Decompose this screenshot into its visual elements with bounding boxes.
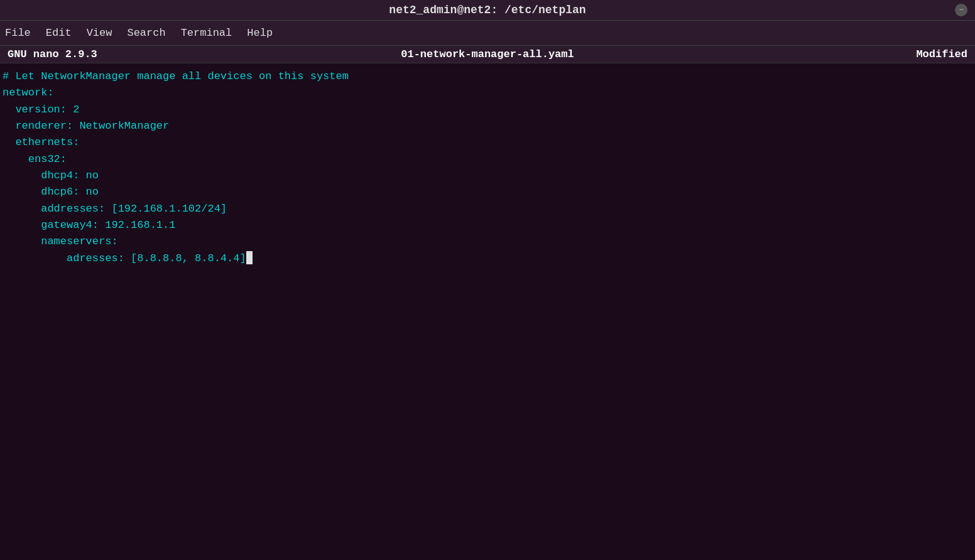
line-network: network: bbox=[3, 85, 972, 101]
line-addresses: addresses: [192.168.1.102/24] bbox=[3, 201, 972, 217]
nano-filename: 01-network-manager-all.yaml bbox=[248, 48, 727, 60]
close-button[interactable]: − bbox=[955, 4, 967, 16]
line-version: version: 2 bbox=[3, 102, 972, 118]
menu-help[interactable]: Help bbox=[247, 27, 273, 39]
line-dhcp4: dhcp4: no bbox=[3, 168, 972, 184]
line-adresses: adresses: [8.8.8.8, 8.8.4.4] bbox=[3, 250, 972, 267]
terminal-window: net2_admin@net2: /etc/netplan − File Edi… bbox=[0, 0, 975, 560]
line-empty-7 bbox=[3, 366, 972, 382]
nano-modified: Modified bbox=[727, 48, 967, 60]
line-empty-1 bbox=[3, 267, 972, 283]
line-renderer: renderer: NetworkManager bbox=[3, 118, 972, 134]
line-dhcp6: dhcp6: no bbox=[3, 184, 972, 200]
close-icon: − bbox=[959, 6, 963, 14]
line-nameservers: nameservers: bbox=[3, 234, 972, 250]
line-empty-3 bbox=[3, 300, 972, 316]
title-bar: net2_admin@net2: /etc/netplan − bbox=[0, 0, 975, 21]
menu-search[interactable]: Search bbox=[127, 27, 165, 39]
line-ens32: ens32: bbox=[3, 151, 972, 168]
line-empty-5 bbox=[3, 333, 972, 350]
line-empty-6 bbox=[3, 350, 972, 366]
line-empty-2 bbox=[3, 283, 972, 299]
title-text: net2_admin@net2: /etc/netplan bbox=[389, 4, 586, 16]
line-ethernets: ethernets: bbox=[3, 134, 972, 151]
menu-bar: File Edit View Search Terminal Help bbox=[0, 21, 975, 46]
editor-content[interactable]: # Let NetworkManager manage all devices … bbox=[0, 63, 975, 560]
line-gateway4: gateway4: 192.168.1.1 bbox=[3, 217, 972, 234]
menu-terminal[interactable]: Terminal bbox=[181, 27, 232, 39]
nano-status-bar: GNU nano 2.9.3 01-network-manager-all.ya… bbox=[0, 46, 975, 63]
line-empty-8 bbox=[3, 383, 972, 399]
nano-version: GNU nano 2.9.3 bbox=[8, 48, 248, 60]
line-empty-4 bbox=[3, 316, 972, 333]
text-cursor bbox=[246, 251, 253, 264]
menu-file[interactable]: File bbox=[5, 27, 31, 39]
menu-view[interactable]: View bbox=[87, 27, 112, 39]
menu-edit[interactable]: Edit bbox=[46, 27, 72, 39]
line-comment: # Let NetworkManager manage all devices … bbox=[3, 68, 972, 85]
